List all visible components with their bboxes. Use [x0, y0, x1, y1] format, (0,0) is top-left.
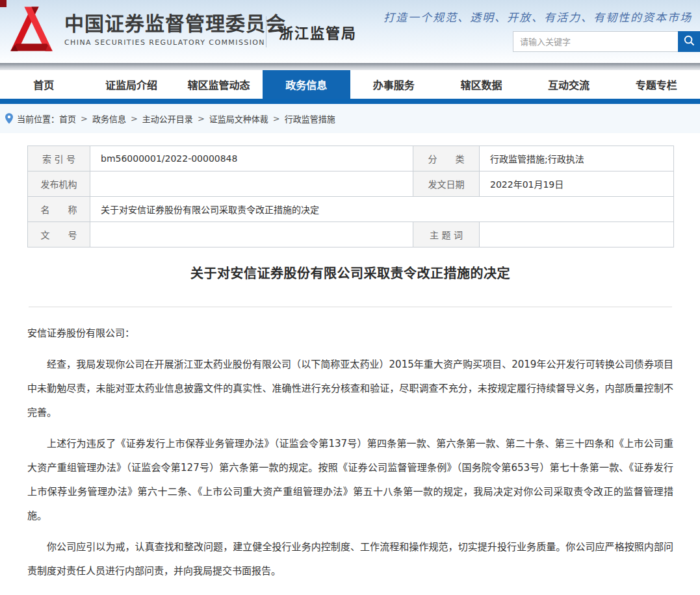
nav-item-regional-data[interactable]: 辖区数据 [437, 70, 525, 99]
main-nav: 首页 证监局介绍 辖区监管动态 政务信息 办事服务 辖区数据 互动交流 专题专栏 [0, 70, 700, 99]
breadcrumb: 当前位置： 首页 > 政务信息 > 主动公开目录 > 证监局文种体裁 > 行政监… [0, 104, 700, 133]
paragraph-requirements: 你公司应引以为戒，认真查找和整改问题，建立健全投行业务内控制度、工作流程和操作规… [27, 535, 673, 583]
nav-item-regional-news[interactable]: 辖区监管动态 [175, 70, 263, 99]
publisher-label: 发布机构 [28, 171, 90, 197]
nav-underline-bar [0, 99, 700, 104]
bureau-name: 浙江监管局 [279, 21, 357, 42]
subject-words-value [480, 222, 674, 247]
nav-item-special-topics[interactable]: 专题专栏 [612, 70, 700, 99]
page: 中国证券监督管理委员会 CHINA SECURITIES REGULATORY … [0, 0, 700, 595]
breadcrumb-prefix: 当前位置： [17, 112, 59, 125]
org-name-block: 中国证券监督管理委员会 CHINA SECURITIES REGULATORY … [64, 13, 286, 47]
name-value: 关于对安信证券股份有限公司采取责令改正措施的决定 [90, 197, 674, 222]
category-value: 行政监管措施;行政执法 [480, 146, 674, 171]
org-name-en: CHINA SECURITIES REGULATORY COMMISSION [64, 38, 286, 47]
table-row: 名 称 关于对安信证券股份有限公司采取责令改正措施的决定 [28, 197, 674, 222]
location-pin-icon [5, 113, 13, 124]
salutation: 安信证券股份有限公司： [27, 322, 673, 346]
document-info-table: 索 引 号 bm56000001/2022-00000848 分 类 行政监管措… [27, 146, 674, 247]
nav-item-gov-info[interactable]: 政务信息 [263, 70, 350, 99]
breadcrumb-separator: > [198, 114, 205, 123]
doc-number-label: 文 号 [28, 222, 90, 247]
paragraph-appeal-rights: 如果对本监管措施不服，可以在收到本决定书之日起60日内向中国证券监督管理委员会提… [27, 590, 673, 595]
title-divider [29, 307, 672, 307]
site-header: 中国证券监督管理委员会 CHINA SECURITIES REGULATORY … [0, 0, 700, 63]
issue-date-value: 2022年01月19日 [480, 171, 674, 197]
nav-item-home[interactable]: 首页 [0, 70, 88, 99]
csrc-logo-icon [4, 50, 59, 62]
category-label: 分 类 [413, 146, 480, 171]
header-shadow [0, 63, 700, 70]
breadcrumb-item-gov-info[interactable]: 政务信息 [92, 112, 126, 125]
index-number-label: 索 引 号 [28, 146, 90, 171]
page-title: 关于对安信证券股份有限公司采取责令改正措施的决定 [27, 263, 673, 282]
table-row: 发布机构 发文日期 2022年01月19日 [28, 171, 674, 197]
table-row: 文 号 主 题 词 [28, 222, 674, 247]
document-page: 索 引 号 bm56000001/2022-00000848 分 类 行政监管措… [0, 133, 700, 595]
breadcrumb-separator: > [81, 114, 88, 123]
publisher-value [90, 171, 413, 197]
table-row: 索 引 号 bm56000001/2022-00000848 分 类 行政监管措… [28, 146, 674, 171]
name-label: 名 称 [28, 197, 90, 222]
nav-item-services[interactable]: 办事服务 [350, 70, 438, 99]
search-button[interactable] [678, 31, 700, 52]
document-body: 安信证券股份有限公司： 经查，我局发现你公司在开展浙江亚太药业股份有限公司（以下… [27, 322, 673, 595]
search-input[interactable] [513, 31, 678, 52]
header-slogan: 打造一个规范、透明、开放、有活力、有韧性的资本市场 [383, 8, 692, 25]
search-box [513, 31, 700, 52]
header-divider [266, 16, 266, 47]
breadcrumb-separator: > [131, 114, 138, 123]
breadcrumb-item-open-catalog[interactable]: 主动公开目录 [142, 112, 193, 125]
breadcrumb-item-admin-measures[interactable]: 行政监管措施 [285, 112, 335, 125]
org-name-cn: 中国证券监督管理委员会 [64, 13, 286, 35]
nav-item-interaction[interactable]: 互动交流 [525, 70, 613, 99]
breadcrumb-item-doc-type[interactable]: 证监局文种体裁 [209, 112, 268, 125]
paragraph-findings: 经查，我局发现你公司在开展浙江亚太药业股份有限公司（以下简称亚太药业）2015年… [27, 353, 673, 425]
breadcrumb-item-home[interactable]: 首页 [59, 112, 76, 125]
issue-date-label: 发文日期 [413, 171, 480, 197]
paragraph-violations: 上述行为违反了《证券发行上市保荐业务管理办法》（证监会令第137号）第四条第一款… [27, 432, 673, 528]
breadcrumb-separator: > [273, 114, 280, 123]
doc-number-value [90, 222, 413, 247]
search-icon [683, 34, 695, 49]
csrc-logo[interactable] [4, 5, 59, 60]
nav-item-bureau-intro[interactable]: 证监局介绍 [88, 70, 175, 99]
subject-words-label: 主 题 词 [413, 222, 480, 247]
index-number-value: bm56000001/2022-00000848 [90, 146, 413, 171]
